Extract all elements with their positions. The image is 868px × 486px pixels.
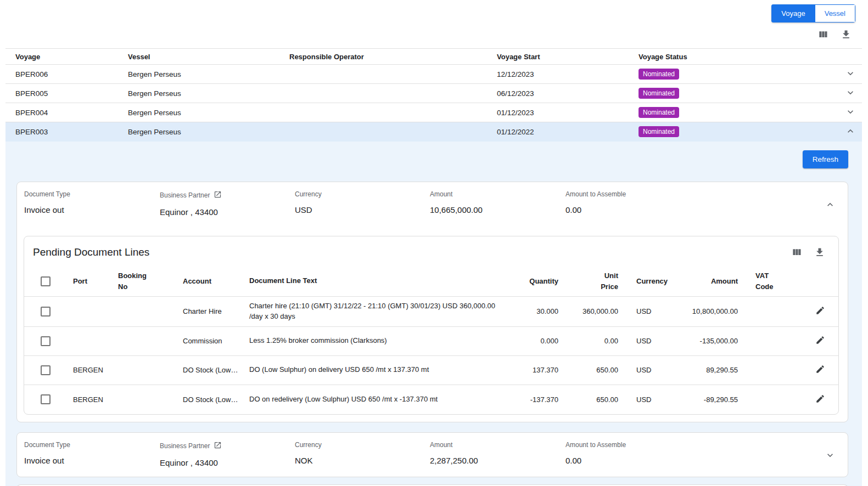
currency-cell: USD — [618, 307, 681, 315]
column-header-booking-no: Booking No — [118, 270, 183, 292]
currency-cell: USD — [618, 366, 681, 374]
currency-label: Currency — [295, 441, 322, 449]
voyage-status-cell: Nominated — [639, 107, 839, 118]
open-in-new-icon[interactable] — [214, 441, 222, 451]
document-card-header: Document Type Invoice out Business Partn… — [17, 182, 848, 217]
expand-cell[interactable] — [839, 68, 862, 81]
edit-pencil-icon[interactable] — [815, 306, 825, 317]
row-select-cell — [24, 394, 73, 404]
collapse-cell[interactable] — [839, 126, 862, 138]
voyage-management-page: { "view_toggle": { "voyage": "Voyage", "… — [0, 0, 868, 486]
currency-cell: USD — [618, 337, 681, 345]
column-header-quantity: Quantity — [509, 277, 558, 285]
document-card-nok: Document Type Invoice out Business Partn… — [16, 432, 848, 477]
voyage-start-cell: 06/12/2023 — [497, 89, 639, 98]
document-line-text-cell: Charter hire (21:10 (GMT) 31/12/22 - 21:… — [249, 297, 509, 326]
voyage-toggle-button[interactable]: Voyage — [771, 4, 815, 22]
amount-cell: 89,290.55 — [681, 366, 738, 374]
row-select-cell — [24, 307, 73, 317]
amount-to-assemble-value: 0.00 — [565, 456, 825, 465]
select-all-checkbox[interactable] — [41, 276, 51, 286]
edit-cell — [787, 394, 838, 405]
document-type-label: Document Type — [24, 190, 70, 198]
unit-price-cell: 650.00 — [558, 366, 618, 374]
column-header-voyage-status: Voyage Status — [639, 53, 839, 61]
unit-price-cell: 650.00 — [558, 395, 618, 404]
status-badge: Nominated — [639, 69, 679, 80]
column-header-document-line-text: Document Line Text — [249, 272, 509, 291]
status-badge: Nominated — [639, 107, 679, 118]
download-icon[interactable] — [814, 247, 825, 258]
field-amount: Amount 10,665,000.00 — [430, 190, 565, 214]
field-business-partner: Business Partner Equinor , 43400 — [160, 190, 295, 217]
column-settings-icon[interactable] — [817, 29, 828, 40]
expand-cell[interactable] — [839, 106, 862, 119]
chevron-down-icon[interactable] — [845, 87, 856, 100]
document-line-text-cell: DO (Low Sulphur) on delivery USD 650 /mt… — [249, 360, 509, 380]
chevron-up-icon[interactable] — [845, 126, 856, 138]
quantity-cell: 137.370 — [509, 366, 558, 374]
edit-pencil-icon[interactable] — [815, 335, 825, 347]
chevron-down-icon[interactable] — [845, 68, 856, 81]
voyage-row-bper003-expanded[interactable]: BPER003 Bergen Perseus 01/12/2022 Nomina… — [5, 122, 862, 142]
amount-label: Amount — [430, 441, 452, 449]
document-type-label: Document Type — [24, 441, 70, 449]
amount-value: 2,287,250.00 — [430, 456, 565, 465]
open-in-new-icon[interactable] — [214, 190, 222, 200]
document-line-row-commission: Commission Less 1.25% broker commission … — [24, 327, 838, 356]
edit-cell — [787, 306, 838, 317]
business-partner-label: Business Partner — [160, 191, 210, 199]
vessel-cell: Bergen Perseus — [128, 128, 289, 136]
voyage-table-toolbar — [0, 22, 868, 48]
vessel-cell: Bergen Perseus — [128, 70, 289, 78]
voyage-start-cell: 01/12/2022 — [497, 128, 639, 136]
voyage-start-cell: 12/12/2023 — [497, 70, 639, 78]
edit-pencil-icon[interactable] — [815, 364, 825, 376]
expand-cell[interactable] — [839, 87, 862, 100]
column-settings-icon[interactable] — [791, 247, 802, 258]
column-header-vessel: Vessel — [128, 53, 289, 61]
column-header-unit-price: Unit Price — [558, 270, 618, 292]
edit-cell — [787, 364, 838, 376]
field-amount-to-assemble: Amount to Assemble 0.00 — [565, 190, 825, 214]
field-business-partner: Business Partner Equinor , 43400 — [160, 441, 295, 467]
pending-document-lines-card: Pending Document Lines Port Booking No A… — [24, 236, 839, 415]
account-cell: DO Stock (Low… — [183, 366, 249, 374]
unit-price-cell: 0.00 — [558, 337, 618, 345]
document-card-header: Document Type Invoice out Business Partn… — [17, 433, 848, 477]
chevron-up-icon[interactable] — [825, 199, 836, 210]
column-header-vat-code: VAT Code — [738, 270, 787, 292]
voyage-status-cell: Nominated — [639, 69, 839, 80]
voyage-row-bper006[interactable]: BPER006 Bergen Perseus 12/12/2023 Nomina… — [5, 65, 862, 84]
refresh-button[interactable]: Refresh — [803, 150, 848, 168]
chevron-down-icon[interactable] — [845, 106, 856, 119]
currency-value: NOK — [295, 456, 430, 465]
account-cell: DO Stock (Low… — [183, 395, 249, 404]
chevron-down-icon[interactable] — [825, 450, 836, 461]
voyage-row-bper005[interactable]: BPER005 Bergen Perseus 06/12/2023 Nomina… — [5, 84, 862, 103]
amount-to-assemble-label: Amount to Assemble — [565, 190, 626, 198]
column-header-port: Port — [73, 277, 118, 285]
business-partner-value: Equinor , 43400 — [160, 458, 295, 467]
amount-value: 10,665,000.00 — [430, 205, 565, 214]
column-header-account: Account — [183, 277, 249, 285]
voyage-cell: BPER003 — [5, 128, 128, 136]
document-type-value: Invoice out — [24, 456, 160, 465]
row-checkbox[interactable] — [41, 336, 51, 346]
edit-pencil-icon[interactable] — [815, 394, 825, 405]
row-checkbox[interactable] — [41, 365, 51, 375]
row-checkbox[interactable] — [41, 307, 51, 317]
field-amount: Amount 2,287,250.00 — [430, 441, 565, 465]
vessel-toggle-button[interactable]: Vessel — [815, 4, 855, 22]
pending-lines-title: Pending Document Lines — [33, 246, 149, 258]
download-icon[interactable] — [841, 29, 852, 40]
row-checkbox[interactable] — [41, 394, 51, 404]
voyage-row-bper004[interactable]: BPER004 Bergen Perseus 01/12/2023 Nomina… — [5, 103, 862, 122]
document-line-row-do-redelivery: BERGEN DO Stock (Low… DO on redelivery (… — [24, 385, 838, 414]
field-document-type: Document Type Invoice out — [24, 441, 160, 465]
quantity-cell: -137.370 — [509, 395, 558, 404]
amount-to-assemble-label: Amount to Assemble — [565, 441, 626, 449]
row-select-cell — [24, 365, 73, 375]
voyage-start-cell: 01/12/2023 — [497, 109, 639, 117]
column-header-voyage-start: Voyage Start — [497, 53, 639, 61]
